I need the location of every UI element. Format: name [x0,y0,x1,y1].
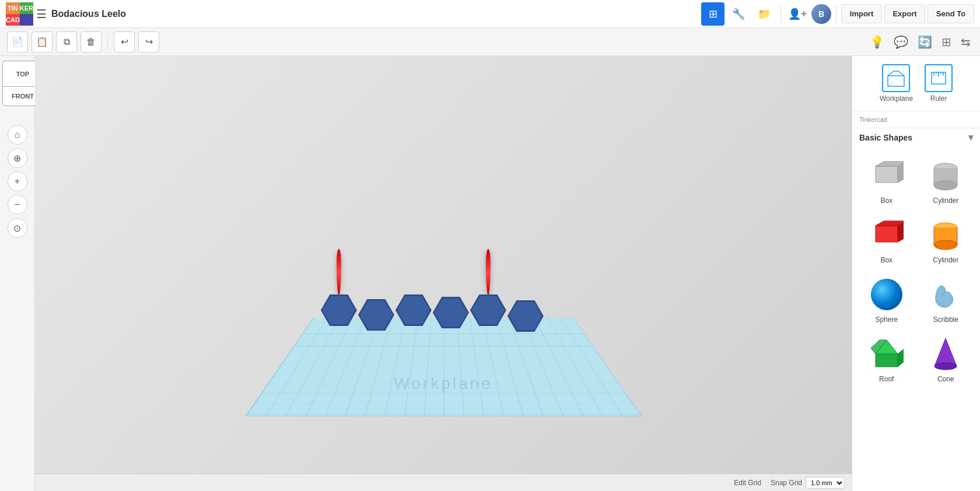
shape-box-wire[interactable]: Box [857,151,916,211]
shapes-category: Basic Shapes [859,133,912,142]
grid-view-button[interactable]: ⊞ [701,2,724,26]
bottom-bar: Edit Grid Snap Grid 1.0 mm 0.5 mm 2.0 mm [35,474,852,491]
right-panel: Workplane Ruler [852,56,980,491]
shapes-group [321,294,544,326]
snap-grid-select[interactable]: 1.0 mm 0.5 mm 2.0 mm [806,477,845,489]
projects-button[interactable]: 📁 [752,2,776,26]
new-button[interactable]: 📄 [7,31,28,52]
left-panel: TOP FRONT ⌂ ⊕ + − ⊙ [0,56,35,491]
hex-shape-6 [508,294,544,326]
ruler-icon [925,64,953,92]
shape-roof-label: Roof [879,375,894,383]
shape-cylinder-orange[interactable]: Cylinder [916,211,976,270]
red-spike-1 [337,249,341,296]
shapes-grid: Box Cylinder [852,146,980,394]
hex-shape-1 [321,294,357,326]
svg-marker-11 [876,166,898,183]
snap-grid-label: Snap Grid [771,479,802,487]
svg-line-2 [898,71,904,76]
svg-marker-19 [876,226,898,242]
shape-cone[interactable]: Cone [916,329,976,389]
zoom-in-button[interactable]: + [8,171,27,191]
share-icon[interactable]: 🔄 [915,33,935,51]
shape-sphere[interactable]: Sphere [857,270,916,329]
shape-cylinder-orange-label: Cylinder [933,256,958,264]
duplicate-button[interactable]: ⧉ [56,31,77,52]
hex-shape-3 [396,294,432,326]
shape-roof[interactable]: Roof [857,329,916,389]
import-button[interactable]: Import [841,4,882,23]
panel-tools: Workplane Ruler [880,64,953,103]
shape-cone-icon [927,335,964,373]
workplane-3d: Workplane [239,113,648,416]
logo[interactable]: TIN KER CAD [6,2,29,26]
nav-controls: ⌂ ⊕ + − ⊙ [8,125,27,238]
shape-cylinder-wire[interactable]: Cylinder [916,151,976,211]
redo-button[interactable]: ↪ [138,31,159,52]
light-icon[interactable]: 💡 [867,33,887,51]
send-to-button[interactable]: Send To [928,4,974,23]
shapes-dropdown[interactable]: Basic Shapes ▾ [852,128,980,146]
shape-sphere-label: Sphere [875,315,898,324]
workplane-label: Workplane [880,94,913,103]
shape-box-wire-icon [868,157,905,194]
svg-marker-27 [876,354,898,367]
comment-icon[interactable]: 💬 [891,33,911,51]
dropdown-arrow-icon: ▾ [968,132,973,143]
ruler-tool[interactable]: Ruler [925,64,953,103]
align-icon[interactable]: ⊞ [939,33,954,51]
shapes-header: Tinkercad [852,111,980,128]
shape-scribble[interactable]: Scribble [916,270,976,329]
copy-button[interactable]: 📋 [32,31,52,52]
shape-cylinder-orange-icon [927,216,964,254]
svg-rect-0 [888,76,904,86]
toolbar: 📄 📋 ⧉ 🗑 ↩ ↪ 💡 💬 🔄 ⊞ ⇆ [0,28,980,56]
toolbar-right: 💡 💬 🔄 ⊞ ⇆ [867,33,973,51]
hex-shape-5 [470,294,506,326]
orbit-button[interactable]: ⊕ [8,148,27,168]
avatar[interactable]: B [811,4,831,24]
main-area: TOP FRONT ⌂ ⊕ + − ⊙ [0,56,980,491]
logo-tin: TIN [6,2,20,14]
fit-button[interactable]: ⊙ [8,218,27,238]
shapes-source: Tinkercad [859,116,887,123]
home-button[interactable]: ⌂ [8,125,27,145]
shape-box-red-icon [868,216,905,254]
project-title[interactable]: Bodacious Leelo [51,9,701,19]
logo-ker: KER [20,2,33,14]
delete-button[interactable]: 🗑 [80,31,102,52]
undo-button[interactable]: ↩ [114,31,135,52]
shape-box-wire-label: Box [880,197,892,205]
shape-cylinder-wire-icon [927,157,964,194]
workplane-svg [886,68,907,89]
red-spike-2 [486,249,491,296]
workplane-tool[interactable]: Workplane [880,64,913,103]
svg-marker-31 [935,338,957,366]
navbar: TIN KER CAD ☰ Bodacious Leelo ⊞ 🔧 📁 👤+ B… [0,0,980,28]
shape-box-red-label: Box [880,256,892,264]
zoom-out-button[interactable]: − [8,195,27,215]
nav-divider-2 [836,5,836,23]
svg-marker-29 [898,348,904,367]
grid-surface [245,318,642,416]
edit-grid-label[interactable]: Edit Grid [734,479,761,487]
mirror-icon[interactable]: ⇆ [958,33,973,51]
nav-divider [780,5,781,23]
tools-button[interactable]: 🔧 [727,2,750,26]
menu-icon[interactable]: ☰ [36,7,47,21]
shape-sphere-icon [868,276,905,313]
svg-point-24 [934,240,957,250]
shape-roof-icon [868,335,905,373]
svg-point-32 [935,363,957,370]
shape-box-red[interactable]: Box [857,211,916,270]
nav-right: ⊞ 🔧 📁 👤+ B Import Export Send To [701,2,974,26]
workplane-container: Workplane [35,56,852,474]
canvas-area[interactable]: Workplane Edit Grid Snap Grid 1.0 mm 0.5… [35,56,852,491]
add-user-button[interactable]: 👤+ [786,2,809,26]
hex-shape-2 [358,294,394,326]
hex-shape-4 [433,294,469,326]
svg-point-16 [934,181,957,190]
export-button[interactable]: Export [884,4,925,23]
ruler-svg [928,68,949,89]
logo-dot [20,14,33,26]
